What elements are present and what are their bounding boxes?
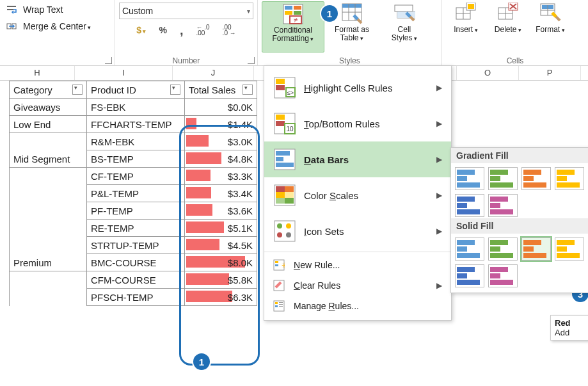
cell-category[interactable] (10, 133, 87, 150)
menu-clear-rules[interactable]: Clear Rules ▶ (264, 275, 451, 296)
tooltip-title: Red (555, 318, 588, 328)
cell-product-id[interactable]: PF-TEMP (87, 202, 185, 220)
data-bar-swatch[interactable] (488, 264, 518, 287)
svg-rect-95 (457, 240, 475, 245)
menu-manage-rules[interactable]: Manage Rules... (264, 296, 451, 316)
svg-rect-102 (523, 246, 534, 252)
currency-button[interactable]: $ (134, 24, 148, 36)
number-format-combo[interactable]: Custom ▾ (119, 3, 253, 19)
cell-category[interactable] (10, 185, 87, 202)
svg-rect-90 (457, 197, 475, 202)
filter-icon[interactable] (242, 84, 253, 95)
insert-button[interactable]: Insert (446, 1, 486, 51)
cell-category[interactable] (10, 271, 87, 289)
svg-rect-47 (276, 163, 294, 167)
delete-button[interactable]: Delete (488, 1, 528, 51)
format-as-table-button[interactable]: Format as Table (327, 1, 377, 51)
cell-styles-button[interactable]: Cell Styles (379, 1, 429, 51)
cell-total-sales[interactable]: $3.4K (185, 185, 257, 202)
cell-total-sales[interactable]: $1.4K (185, 116, 257, 133)
menu-new-rule[interactable]: ✳ New Rule... (264, 255, 451, 275)
svg-text:≠: ≠ (294, 16, 298, 24)
cell-product-id[interactable]: BS-TEMP (87, 150, 185, 168)
format-button[interactable]: Format (530, 1, 570, 51)
column-header[interactable]: P (519, 66, 581, 80)
increase-decimal-button[interactable]: ← .0 .00 (193, 23, 212, 37)
cell-product-id[interactable]: CFM-COURSE (87, 271, 185, 289)
cell-total-sales[interactable]: $3.0K (185, 133, 257, 150)
cell-category[interactable] (10, 237, 87, 254)
data-bar-swatch[interactable] (488, 194, 518, 217)
cell-total-sales[interactable]: $4.5K (185, 237, 257, 254)
cell-product-id[interactable]: FS-EBK (87, 99, 185, 116)
decrease-decimal-button[interactable]: .00 .0 → (220, 23, 239, 37)
wrap-text-button[interactable]: Wrap Text (23, 4, 63, 15)
column-header[interactable]: H (0, 66, 75, 80)
number-launcher-icon[interactable] (248, 57, 255, 64)
wrap-text-icon (4, 3, 19, 16)
column-header[interactable]: J (173, 66, 254, 80)
cell-total-sales[interactable]: $3.6K (185, 202, 257, 220)
svg-rect-67 (275, 305, 278, 307)
menu-color-scales[interactable]: Color Scales ▶ (264, 177, 451, 213)
menu-highlight-cells-rules[interactable]: ≤> Highlight Cells Rules ▶ (264, 70, 451, 106)
table-header[interactable]: Category (10, 81, 87, 99)
table-header[interactable]: Product ID (87, 81, 185, 99)
cell-category[interactable] (10, 220, 87, 237)
cell-total-sales[interactable]: $3.3K (185, 168, 257, 185)
data-bar-swatch[interactable] (455, 264, 484, 287)
cell-total-sales[interactable]: $5.8K (185, 271, 257, 289)
cell-product-id[interactable]: P&L-TEMP (87, 185, 185, 202)
data-bar-swatch[interactable] (521, 237, 551, 261)
submenu-arrow-icon: ▶ (436, 119, 442, 128)
filter-icon[interactable] (72, 84, 83, 95)
cell-product-id[interactable]: FFCHARTS-TEMP (87, 116, 185, 133)
cell-product-id[interactable]: RE-TEMP (87, 220, 185, 237)
merge-center-button[interactable]: Merge & Center (23, 21, 91, 31)
percent-button[interactable]: % (156, 24, 169, 36)
data-bar-swatch[interactable] (555, 237, 584, 261)
data-bar-swatch[interactable] (455, 167, 484, 190)
cell-category[interactable]: Giveaways (10, 99, 87, 116)
svg-rect-8 (294, 11, 301, 15)
cell-total-sales[interactable]: $4.8K (185, 150, 257, 168)
cell-total-sales[interactable]: $6.3K (185, 289, 257, 306)
cell-product-id[interactable]: BMC-COURSE (87, 254, 185, 271)
worksheet-area: CategoryProduct IDTotal SalesGiveawaysFS… (9, 81, 257, 306)
data-bar-swatch[interactable] (488, 167, 518, 190)
table-header[interactable]: Total Sales (185, 81, 257, 99)
column-header[interactable]: I (75, 66, 173, 80)
cell-total-sales[interactable]: $8.0K (185, 254, 257, 271)
cell-total-sales[interactable]: $0.0K (185, 99, 257, 116)
cell-product-id[interactable]: CF-TEMP (87, 168, 185, 185)
cell-product-id[interactable]: PFSCH-TEMP (87, 289, 185, 306)
alignment-launcher-icon[interactable] (105, 57, 112, 64)
tooltip-body: Add (555, 328, 588, 337)
data-bar-swatch[interactable] (455, 237, 484, 261)
column-header[interactable]: O (457, 66, 519, 80)
cell-category[interactable] (10, 168, 87, 185)
cell-category[interactable]: Low End (10, 116, 87, 133)
conditional-formatting-button[interactable]: ≠ Conditional Formatting (262, 1, 324, 52)
cell-category[interactable]: Premium (10, 254, 87, 271)
cell-product-id[interactable]: STRTUP-TEMP (87, 237, 185, 254)
data-bar-swatch[interactable] (488, 237, 518, 261)
comma-button[interactable]: , (177, 22, 186, 39)
menu-top-bottom-rules[interactable]: 10 Top/Bottom Rules ▶ (264, 106, 451, 141)
group-number: Custom ▾ $ % , ← .0 .00 .00 .0 → Number (115, 0, 257, 67)
filter-icon[interactable] (170, 84, 180, 95)
cell-category[interactable] (10, 202, 87, 220)
menu-data-bars[interactable]: Data Bars ▶ (264, 141, 451, 177)
svg-rect-62 (275, 264, 278, 266)
svg-rect-85 (557, 182, 580, 188)
data-bar-swatch[interactable] (455, 194, 484, 217)
cell-product-id[interactable]: R&M-EBK (87, 133, 185, 150)
data-bar-swatch[interactable] (555, 167, 584, 190)
data-bar-swatch[interactable] (521, 167, 551, 190)
cell-category[interactable] (10, 289, 87, 306)
svg-rect-50 (285, 186, 294, 192)
data-bar (186, 204, 212, 216)
menu-icon-sets[interactable]: Icon Sets ▶ (264, 213, 451, 249)
cell-total-sales[interactable]: $5.1K (185, 220, 257, 237)
cell-category[interactable]: Mid Segment (10, 150, 87, 168)
